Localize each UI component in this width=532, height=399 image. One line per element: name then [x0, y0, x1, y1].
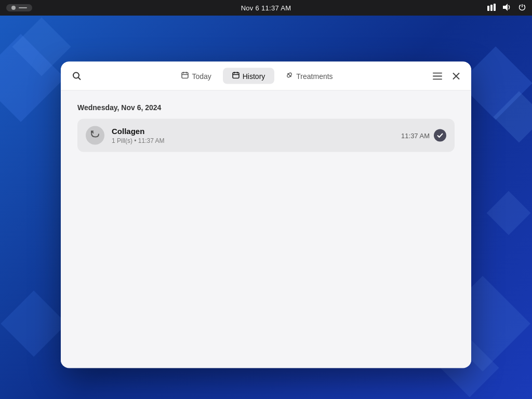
history-icon: [232, 72, 240, 81]
tab-history-label: History: [243, 72, 265, 80]
svg-rect-2: [494, 4, 496, 11]
search-button[interactable]: [69, 68, 85, 84]
taskbar-left: [6, 4, 32, 11]
tabs-container: Today History: [89, 68, 425, 84]
taskbar-datetime: Nov 6 11:37 AM: [241, 4, 291, 12]
pill-dot: [11, 6, 16, 10]
svg-rect-6: [182, 73, 188, 78]
tab-today-label: Today: [192, 72, 211, 80]
svg-marker-3: [503, 4, 508, 11]
item-icon-wrap: [86, 126, 104, 145]
power-icon[interactable]: [518, 4, 526, 12]
item-meta: 1 Pill(s) • 11:37 AM: [112, 137, 394, 144]
tab-today[interactable]: Today: [172, 68, 220, 84]
svg-rect-1: [490, 5, 493, 11]
taskbar: Nov 6 11:37 AM: [0, 0, 532, 16]
volume-icon[interactable]: [503, 4, 511, 12]
taskbar-right: [487, 4, 526, 12]
pill-widget: [6, 4, 32, 11]
item-time: 11:37 AM: [401, 131, 430, 139]
pill-dash: [19, 7, 27, 8]
svg-rect-17: [433, 75, 442, 76]
close-button[interactable]: [449, 69, 463, 83]
svg-rect-0: [487, 6, 489, 11]
history-item[interactable]: Collagen 1 Pill(s) • 11:37 AM 11:37 AM: [77, 119, 455, 152]
modal-content: Wednesday, Nov 6, 2024 Collagen 1 Pill(s…: [61, 91, 471, 366]
svg-point-4: [73, 72, 79, 78]
svg-rect-10: [233, 73, 239, 78]
tab-treatments[interactable]: Treatments: [276, 68, 342, 84]
undo-icon: [90, 130, 100, 141]
svg-rect-16: [433, 72, 442, 73]
item-name: Collagen: [112, 127, 394, 136]
svg-rect-18: [433, 78, 442, 79]
header-actions: [430, 69, 463, 83]
main-modal: Today History: [61, 62, 471, 368]
date-heading: Wednesday, Nov 6, 2024: [77, 103, 455, 112]
tab-history[interactable]: History: [223, 68, 275, 84]
item-time-wrap: 11:37 AM: [401, 129, 446, 142]
check-icon: [434, 129, 446, 142]
tab-treatments-label: Treatments: [296, 72, 332, 80]
item-info: Collagen 1 Pill(s) • 11:37 AM: [112, 127, 394, 144]
today-icon: [181, 72, 189, 81]
svg-line-15: [288, 73, 291, 77]
network-icon[interactable]: [487, 4, 496, 12]
svg-line-5: [78, 77, 81, 80]
menu-button[interactable]: [430, 69, 445, 83]
modal-header: Today History: [61, 62, 471, 91]
treatments-icon: [286, 72, 293, 81]
